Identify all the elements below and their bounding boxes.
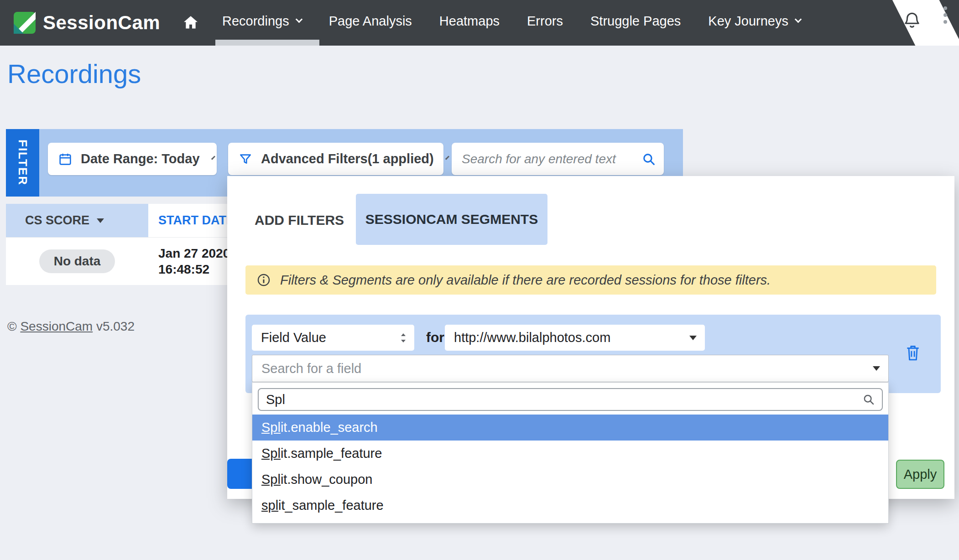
option-split-sample-feature[interactable]: Split.sample_feature xyxy=(252,441,888,467)
apply-button[interactable]: Apply xyxy=(896,460,944,489)
info-icon xyxy=(256,273,271,287)
option-rest-text: it.enable_search xyxy=(281,420,378,435)
chevron-down-icon xyxy=(295,16,302,23)
footer: © SessionCam v5.032 xyxy=(7,319,135,334)
nav-item-label: Key Journeys xyxy=(708,14,788,29)
search-icon[interactable] xyxy=(641,151,657,167)
cs-score-header-label: CS SCORE xyxy=(25,213,89,228)
notifications-bell-icon[interactable] xyxy=(902,10,922,31)
version-label: v5.032 xyxy=(93,319,135,333)
option-match-text: Spl xyxy=(261,472,281,487)
field-search-combobox[interactable]: Search for a field xyxy=(252,355,889,382)
chevron-down-icon xyxy=(795,16,802,23)
advanced-filters-label: Advanced Filters(1 applied) xyxy=(261,151,434,166)
chevron-down-icon xyxy=(445,156,449,160)
active-tab-indicator xyxy=(215,40,319,46)
advanced-filters-panel: ADD FILTERS SESSIONCAM SEGMENTS Filters … xyxy=(227,176,954,499)
option-rest-text: it_sample_feature xyxy=(278,498,384,513)
field-type-value: Field Value xyxy=(261,330,326,345)
nav-item-struggle-pages[interactable]: Struggle Pages xyxy=(590,14,681,29)
filter-funnel-icon xyxy=(238,152,253,166)
text-search-input[interactable] xyxy=(462,152,641,166)
start-date-line2: 16:48:52 xyxy=(158,261,234,277)
nav-item-heatmaps[interactable]: Heatmaps xyxy=(439,14,500,29)
nav-item-errors[interactable]: Errors xyxy=(527,14,563,29)
option-rest-text: it.sample_feature xyxy=(281,446,382,461)
copyright-symbol: © xyxy=(7,319,20,333)
start-date-header-label: START DATE xyxy=(158,213,235,228)
chevron-down-icon xyxy=(211,156,215,160)
field-filter-input[interactable] xyxy=(266,392,862,407)
option-split-sample-feature-lower[interactable]: split_sample_feature xyxy=(252,493,888,519)
field-options-dropdown: Split.enable_search Split.sample_feature… xyxy=(252,382,889,524)
brand-logo-icon xyxy=(14,12,36,34)
field-filter-search[interactable] xyxy=(258,388,883,411)
sessioncam-footer-link[interactable]: SessionCam xyxy=(20,319,93,333)
start-date-cell: Jan 27 2020, 16:48:52 xyxy=(148,238,234,285)
nav-items: Recordings Page Analysis Heatmaps Errors… xyxy=(222,0,801,42)
tab-add-filters[interactable]: ADD FILTERS xyxy=(255,209,344,232)
tab-sessioncam-segments[interactable]: SESSIONCAM SEGMENTS xyxy=(356,194,547,245)
field-type-select[interactable]: Field Value xyxy=(252,325,414,351)
option-match-text: Spl xyxy=(261,446,281,461)
select-arrow-icon xyxy=(689,336,697,340)
info-banner-text: Filters & Segments are only available if… xyxy=(280,273,771,288)
brand[interactable]: SessionCam xyxy=(14,0,160,46)
site-select-value: http://www.bilalphotos.com xyxy=(454,330,610,345)
option-split-show-coupon[interactable]: Split.show_coupon xyxy=(252,467,888,493)
for-label: for xyxy=(426,330,444,345)
calendar-icon xyxy=(58,152,73,166)
nav-item-page-analysis[interactable]: Page Analysis xyxy=(329,14,412,29)
column-header-start-date[interactable]: START DATE xyxy=(148,204,235,237)
filter-side-tab[interactable]: FILTER xyxy=(6,129,39,197)
no-data-badge: No data xyxy=(39,249,115,273)
nav-item-label: Page Analysis xyxy=(329,14,412,29)
nav-item-label: Struggle Pages xyxy=(590,14,681,29)
partially-hidden-button[interactable] xyxy=(227,459,255,489)
option-match-text: spl xyxy=(261,498,278,513)
site-select[interactable]: http://www.bilalphotos.com xyxy=(445,325,705,351)
combobox-arrow-icon xyxy=(873,366,880,371)
field-search-placeholder: Search for a field xyxy=(261,361,361,376)
nav-item-label: Errors xyxy=(527,14,563,29)
text-search-field[interactable] xyxy=(452,143,664,175)
date-range-label: Date Range: Today xyxy=(81,151,200,166)
brand-name: SessionCam xyxy=(43,12,160,34)
option-rest-text: it.show_coupon xyxy=(281,472,373,487)
nav-item-key-journeys[interactable]: Key Journeys xyxy=(708,14,801,29)
advanced-filters-button[interactable]: Advanced Filters(1 applied) xyxy=(228,143,443,175)
top-nav: SessionCam Recordings Page Analysis Heat… xyxy=(0,0,959,46)
cs-score-cell: No data xyxy=(6,238,148,285)
select-updown-icon xyxy=(398,331,409,345)
page-title: Recordings xyxy=(7,58,141,89)
nav-item-label: Heatmaps xyxy=(439,14,500,29)
date-range-button[interactable]: Date Range: Today xyxy=(48,143,217,175)
delete-filter-icon[interactable] xyxy=(904,343,923,363)
column-header-cs-score[interactable]: CS SCORE xyxy=(6,204,148,237)
nav-item-recordings[interactable]: Recordings xyxy=(222,14,302,29)
option-match-text: Spl xyxy=(261,420,281,435)
sort-descending-icon xyxy=(97,218,104,223)
overflow-menu-icon[interactable] xyxy=(943,6,947,24)
start-date-line1: Jan 27 2020, xyxy=(158,245,234,261)
info-banner: Filters & Segments are only available if… xyxy=(245,265,936,295)
filter-criteria-row: Field Value for http://www.bilalphotos.c… xyxy=(245,315,941,393)
home-icon[interactable] xyxy=(182,14,200,32)
nav-item-label: Recordings xyxy=(222,14,289,29)
search-icon xyxy=(862,393,876,406)
option-split-enable-search[interactable]: Split.enable_search xyxy=(252,415,888,441)
